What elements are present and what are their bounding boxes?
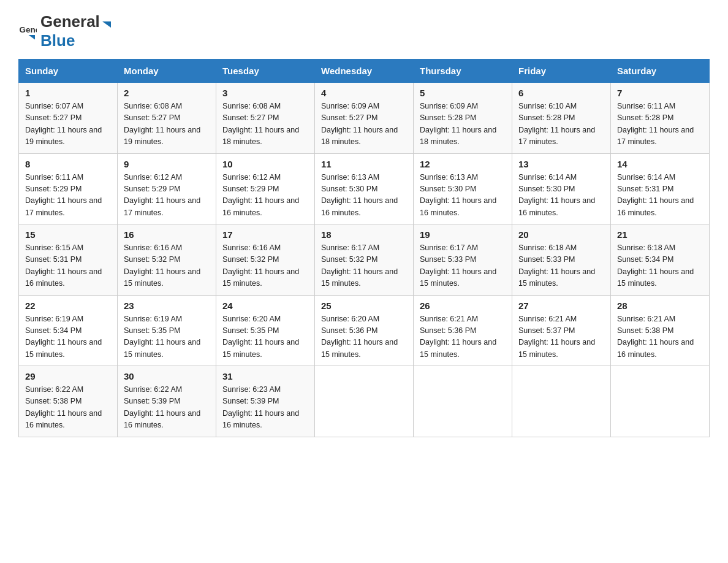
calendar-day-cell: 9 Sunrise: 6:12 AMSunset: 5:29 PMDayligh… <box>118 153 216 224</box>
day-info: Sunrise: 6:16 AMSunset: 5:32 PMDaylight:… <box>222 243 299 288</box>
calendar-day-cell: 8 Sunrise: 6:11 AMSunset: 5:29 PMDayligh… <box>19 153 118 224</box>
logo-general-text: General <box>40 12 100 31</box>
day-number: 1 <box>25 88 111 98</box>
day-info: Sunrise: 6:08 AMSunset: 5:27 PMDaylight:… <box>222 102 299 146</box>
calendar-day-cell: 14 Sunrise: 6:14 AMSunset: 5:31 PMDaylig… <box>611 153 710 224</box>
day-number: 9 <box>124 159 210 169</box>
day-info: Sunrise: 6:20 AMSunset: 5:36 PMDaylight:… <box>321 315 398 359</box>
day-info: Sunrise: 6:14 AMSunset: 5:31 PMDaylight:… <box>617 173 694 217</box>
day-number: 11 <box>321 159 407 169</box>
day-number: 14 <box>617 159 703 169</box>
calendar-day-cell: 5 Sunrise: 6:09 AMSunset: 5:28 PMDayligh… <box>414 83 512 154</box>
day-info: Sunrise: 6:21 AMSunset: 5:37 PMDaylight:… <box>518 315 595 359</box>
calendar-week-row: 1 Sunrise: 6:07 AMSunset: 5:27 PMDayligh… <box>19 83 710 154</box>
day-info: Sunrise: 6:18 AMSunset: 5:34 PMDaylight:… <box>617 243 694 288</box>
day-info: Sunrise: 6:12 AMSunset: 5:29 PMDaylight:… <box>124 173 200 217</box>
calendar-day-cell <box>512 366 611 437</box>
day-info: Sunrise: 6:11 AMSunset: 5:29 PMDaylight:… <box>25 173 102 217</box>
calendar-day-cell: 2 Sunrise: 6:08 AMSunset: 5:27 PMDayligh… <box>118 83 216 154</box>
day-info: Sunrise: 6:09 AMSunset: 5:27 PMDaylight:… <box>321 102 398 146</box>
day-info: Sunrise: 6:21 AMSunset: 5:36 PMDaylight:… <box>420 315 496 359</box>
calendar-day-cell: 31 Sunrise: 6:23 AMSunset: 5:39 PMDaylig… <box>216 366 315 437</box>
day-number: 21 <box>617 229 703 240</box>
day-info: Sunrise: 6:13 AMSunset: 5:30 PMDaylight:… <box>420 173 496 217</box>
calendar-day-cell: 7 Sunrise: 6:11 AMSunset: 5:28 PMDayligh… <box>611 83 710 154</box>
calendar-day-cell: 29 Sunrise: 6:22 AMSunset: 5:38 PMDaylig… <box>19 366 118 437</box>
day-info: Sunrise: 6:07 AMSunset: 5:27 PMDaylight:… <box>25 102 102 146</box>
page-header: General General Blue <box>18 12 710 50</box>
day-number: 19 <box>420 229 506 240</box>
svg-marker-2 <box>102 21 111 28</box>
day-number: 15 <box>25 229 111 240</box>
day-info: Sunrise: 6:11 AMSunset: 5:28 PMDaylight:… <box>617 102 694 146</box>
day-number: 31 <box>222 371 308 381</box>
day-number: 2 <box>124 88 210 98</box>
day-number: 12 <box>420 159 506 169</box>
day-info: Sunrise: 6:15 AMSunset: 5:31 PMDaylight:… <box>25 243 102 288</box>
calendar-week-row: 8 Sunrise: 6:11 AMSunset: 5:29 PMDayligh… <box>19 153 710 224</box>
calendar-day-cell: 22 Sunrise: 6:19 AMSunset: 5:34 PMDaylig… <box>19 295 118 366</box>
day-number: 26 <box>420 301 506 311</box>
calendar-day-cell: 21 Sunrise: 6:18 AMSunset: 5:34 PMDaylig… <box>611 224 710 296</box>
logo: General General Blue <box>18 12 113 50</box>
calendar-day-cell: 12 Sunrise: 6:13 AMSunset: 5:30 PMDaylig… <box>414 153 512 224</box>
calendar-day-cell: 28 Sunrise: 6:21 AMSunset: 5:38 PMDaylig… <box>611 295 710 366</box>
day-number: 30 <box>124 371 210 381</box>
day-number: 10 <box>222 159 308 169</box>
day-number: 5 <box>420 88 506 98</box>
calendar-day-cell: 20 Sunrise: 6:18 AMSunset: 5:33 PMDaylig… <box>512 224 611 296</box>
weekday-header-sunday: Sunday <box>19 59 118 83</box>
day-number: 16 <box>124 229 210 240</box>
day-number: 17 <box>222 229 308 240</box>
calendar-day-cell: 15 Sunrise: 6:15 AMSunset: 5:31 PMDaylig… <box>19 224 118 296</box>
day-number: 29 <box>25 371 111 381</box>
day-number: 20 <box>518 229 604 240</box>
calendar-day-cell: 6 Sunrise: 6:10 AMSunset: 5:28 PMDayligh… <box>512 83 611 154</box>
calendar-day-cell: 16 Sunrise: 6:16 AMSunset: 5:32 PMDaylig… <box>118 224 216 296</box>
weekday-header-thursday: Thursday <box>414 59 512 83</box>
day-info: Sunrise: 6:22 AMSunset: 5:38 PMDaylight:… <box>25 385 102 429</box>
calendar-day-cell: 1 Sunrise: 6:07 AMSunset: 5:27 PMDayligh… <box>19 83 118 154</box>
calendar-day-cell <box>611 366 710 437</box>
calendar-week-row: 29 Sunrise: 6:22 AMSunset: 5:38 PMDaylig… <box>19 366 710 437</box>
weekday-header-saturday: Saturday <box>611 59 710 83</box>
calendar-day-cell: 18 Sunrise: 6:17 AMSunset: 5:32 PMDaylig… <box>315 224 414 296</box>
calendar-day-cell: 3 Sunrise: 6:08 AMSunset: 5:27 PMDayligh… <box>216 83 315 154</box>
day-info: Sunrise: 6:16 AMSunset: 5:32 PMDaylight:… <box>124 243 200 288</box>
day-info: Sunrise: 6:08 AMSunset: 5:27 PMDaylight:… <box>124 102 200 146</box>
calendar-day-cell <box>315 366 414 437</box>
day-number: 24 <box>222 301 308 311</box>
day-info: Sunrise: 6:19 AMSunset: 5:34 PMDaylight:… <box>25 315 102 359</box>
svg-text:General: General <box>20 25 37 34</box>
calendar-day-cell: 26 Sunrise: 6:21 AMSunset: 5:36 PMDaylig… <box>414 295 512 366</box>
logo-blue-text: Blue <box>40 31 75 50</box>
calendar-day-cell: 24 Sunrise: 6:20 AMSunset: 5:35 PMDaylig… <box>216 295 315 366</box>
weekday-header-friday: Friday <box>512 59 611 83</box>
day-number: 4 <box>321 88 407 98</box>
day-number: 8 <box>25 159 111 169</box>
day-number: 13 <box>518 159 604 169</box>
day-number: 27 <box>518 301 604 311</box>
day-info: Sunrise: 6:19 AMSunset: 5:35 PMDaylight:… <box>124 315 200 359</box>
calendar-day-cell: 23 Sunrise: 6:19 AMSunset: 5:35 PMDaylig… <box>118 295 216 366</box>
svg-marker-1 <box>29 35 36 40</box>
day-number: 25 <box>321 301 407 311</box>
day-number: 6 <box>518 88 604 98</box>
logo-arrow-icon <box>101 19 112 30</box>
day-number: 7 <box>617 88 703 98</box>
day-info: Sunrise: 6:14 AMSunset: 5:30 PMDaylight:… <box>518 173 595 217</box>
calendar-day-cell: 11 Sunrise: 6:13 AMSunset: 5:30 PMDaylig… <box>315 153 414 224</box>
day-info: Sunrise: 6:21 AMSunset: 5:38 PMDaylight:… <box>617 315 694 359</box>
weekday-header-wednesday: Wednesday <box>315 59 414 83</box>
weekday-header-monday: Monday <box>118 59 216 83</box>
calendar-day-cell: 27 Sunrise: 6:21 AMSunset: 5:37 PMDaylig… <box>512 295 611 366</box>
day-number: 28 <box>617 301 703 311</box>
day-info: Sunrise: 6:22 AMSunset: 5:39 PMDaylight:… <box>124 385 200 429</box>
calendar-day-cell: 17 Sunrise: 6:16 AMSunset: 5:32 PMDaylig… <box>216 224 315 296</box>
day-info: Sunrise: 6:09 AMSunset: 5:28 PMDaylight:… <box>420 102 496 146</box>
calendar-day-cell: 25 Sunrise: 6:20 AMSunset: 5:36 PMDaylig… <box>315 295 414 366</box>
day-info: Sunrise: 6:12 AMSunset: 5:29 PMDaylight:… <box>222 173 299 217</box>
day-number: 23 <box>124 301 210 311</box>
calendar-week-row: 15 Sunrise: 6:15 AMSunset: 5:31 PMDaylig… <box>19 224 710 296</box>
calendar-day-cell <box>414 366 512 437</box>
